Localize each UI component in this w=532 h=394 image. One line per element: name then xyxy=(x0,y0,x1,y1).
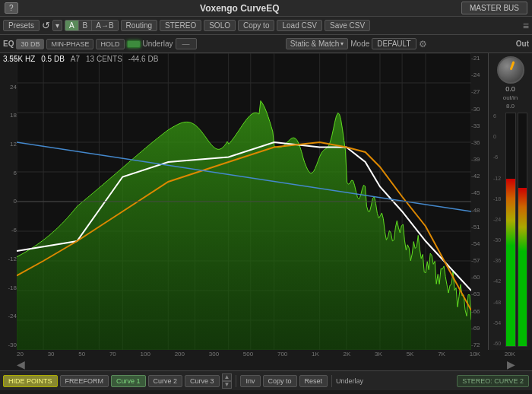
help-button[interactable]: ? xyxy=(5,2,18,14)
curve-arrows: ▲ ▼ xyxy=(222,373,233,389)
save-csv-button[interactable]: Save CSV xyxy=(325,20,370,31)
b-button[interactable]: B xyxy=(79,21,93,30)
inv-button[interactable]: Inv xyxy=(240,375,260,387)
reset-button[interactable]: Reset xyxy=(299,375,328,387)
dropdown-arrow-icon[interactable]: ▾ xyxy=(52,20,62,31)
underlay-dash: — xyxy=(176,38,197,49)
static-match-button[interactable]: Static & Match xyxy=(286,38,348,49)
curve1-button[interactable]: Curve 1 xyxy=(111,375,146,387)
level-meter: 6 0 -6 -12 -18 -24 -30 -36 -42 -48 -54 -… xyxy=(490,113,530,347)
note-name: A7 xyxy=(71,55,80,63)
nav-right-arrow[interactable]: ▶ xyxy=(507,358,515,370)
power-led[interactable] xyxy=(127,40,141,48)
eq-controls: EQ 30 DB MIN-PHASE HOLD Underlay — Stati… xyxy=(0,35,532,53)
freq-hz: 3.55K HZ xyxy=(3,55,35,63)
curve-down-arrow[interactable]: ▼ xyxy=(222,381,233,389)
routing-button[interactable]: Routing xyxy=(121,20,157,31)
bottom-bar: HIDE POINTS FREEFORM Curve 1 Curve 2 Cur… xyxy=(0,370,532,390)
meter-fill-right xyxy=(518,188,527,346)
meter-bar-right xyxy=(518,113,528,347)
curve2-button[interactable]: Curve 2 xyxy=(148,375,183,387)
output-knob[interactable] xyxy=(497,56,524,84)
solo-button[interactable]: SOLO xyxy=(204,20,236,31)
stereo-button[interactable]: STEREO xyxy=(160,20,201,31)
min-phase-button[interactable]: MIN-PHASE xyxy=(46,39,93,49)
copy-to-button[interactable]: Copy to xyxy=(238,20,274,31)
undo-icon[interactable]: ↺ xyxy=(42,20,50,31)
underlay-bottom-label: Underlay xyxy=(336,377,363,385)
freeform-button[interactable]: FREEFORM xyxy=(60,375,109,387)
curve-up-arrow[interactable]: ▲ xyxy=(222,373,233,381)
master-bus-button[interactable]: MASTER BUS xyxy=(461,2,527,14)
hide-points-button[interactable]: HIDE POINTS xyxy=(3,375,58,387)
eq-canvas[interactable] xyxy=(17,53,471,350)
db-scale-right: -21 -24 -27 -30 -33 -36 -39 -42 -45 -48 … xyxy=(471,53,488,350)
eq-nav: ◀ ▶ xyxy=(0,358,532,370)
db-right: -44.6 DB xyxy=(128,55,158,63)
knob-value: 8.0 xyxy=(506,103,515,110)
freq-db: 0.5 DB xyxy=(41,55,65,63)
curve3-button[interactable]: Curve 3 xyxy=(185,375,220,387)
knob-display-value: 0.0 xyxy=(505,85,515,93)
ab-transfer-button[interactable]: A→B xyxy=(92,21,117,30)
freq-info: 3.55K HZ 0.5 DB A7 13 CENTS -44.6 DB xyxy=(3,55,161,63)
app-title: Voxengo CurveEQ xyxy=(200,3,279,14)
meter-scale: 6 0 -6 -12 -18 -24 -30 -36 -42 -48 -54 -… xyxy=(493,113,504,347)
eq-canvas-wrap[interactable] xyxy=(17,53,471,350)
a-button[interactable]: A xyxy=(65,21,79,30)
separator xyxy=(236,375,236,387)
eq-area[interactable]: 3.55K HZ 0.5 DB A7 13 CENTS -44.6 DB 30 … xyxy=(0,53,488,350)
copy-to-bottom-button[interactable]: Copy to xyxy=(263,375,297,387)
mode-label: Mode xyxy=(350,40,369,48)
nav-left-arrow[interactable]: ◀ xyxy=(17,358,25,370)
eq-label: EQ xyxy=(3,40,14,48)
menu-icon[interactable]: ≡ xyxy=(523,20,529,32)
out-label: Out xyxy=(516,40,529,48)
ab-group: A B A→B xyxy=(65,20,119,31)
load-csv-button[interactable]: Load CSV xyxy=(277,20,322,31)
cents-value: 13 CENTS xyxy=(86,55,122,63)
right-panel: 0.0 out/in 8.0 6 0 -6 -12 -18 -24 -30 -3… xyxy=(488,53,532,350)
knob-label: out/in xyxy=(503,94,518,101)
hold-button[interactable]: HOLD xyxy=(96,39,124,49)
stereo-curve2-label: STEREO: CURVE 2 xyxy=(457,375,529,387)
meter-fill-left xyxy=(506,179,515,346)
db-button[interactable]: 30 DB xyxy=(16,39,44,49)
output-knob-wrap: 0.0 out/in 8.0 xyxy=(497,56,524,110)
gear-icon[interactable]: ⚙ xyxy=(419,39,427,49)
mode-value: DEFAULT xyxy=(372,38,416,49)
freq-labels: 20 30 50 70 100 200 300 500 700 1K 2K 3K… xyxy=(0,350,532,358)
separator2 xyxy=(331,375,332,387)
meter-bar-left xyxy=(505,113,516,347)
title-bar: ? Voxengo CurveEQ MASTER BUS xyxy=(0,0,532,17)
main-area: 3.55K HZ 0.5 DB A7 13 CENTS -44.6 DB 30 … xyxy=(0,53,532,350)
toolbar: Presets ↺ ▾ A B A→B Routing STEREO SOLO … xyxy=(0,17,532,35)
db-scale-left: 30 24 18 12 6 0 -6 -12 -18 -24 -30 xyxy=(0,53,17,350)
underlay-label: Underlay xyxy=(143,40,173,48)
presets-button[interactable]: Presets xyxy=(3,20,40,31)
